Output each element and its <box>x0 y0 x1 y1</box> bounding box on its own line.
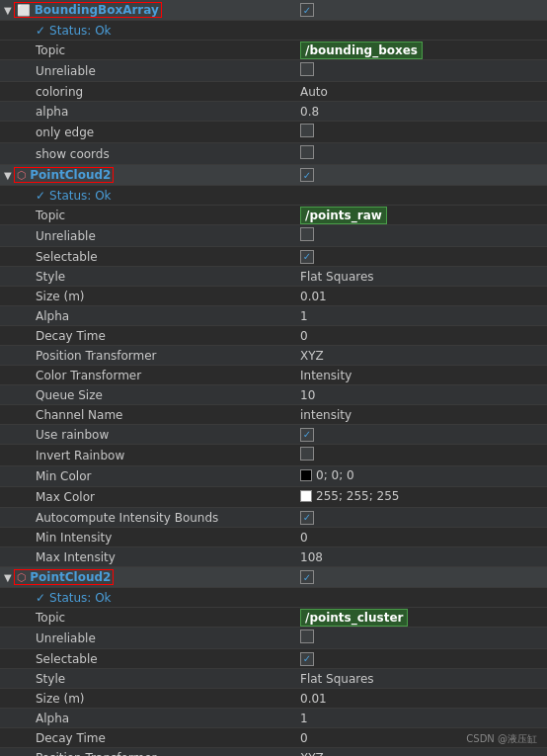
property-value: 0.01 <box>296 689 547 709</box>
property-value[interactable] <box>296 649 547 669</box>
property-value[interactable] <box>296 628 547 649</box>
status-ok: ✓Status: Ok <box>20 189 292 203</box>
status-ok: ✓Status: Ok <box>20 24 292 38</box>
property-label: Autocompute Intensity Bounds <box>0 508 296 528</box>
property-row: StyleFlat Squares <box>0 267 547 287</box>
property-checkbox[interactable] <box>300 250 314 264</box>
property-value: 108 <box>296 547 547 567</box>
property-value: Flat Squares <box>296 669 547 689</box>
section-box: ⬡PointCloud2 <box>14 569 115 585</box>
property-value[interactable] <box>296 225 547 247</box>
color-value: 0; 0; 0 <box>316 468 354 482</box>
property-value[interactable] <box>296 122 547 143</box>
color-swatch-white <box>300 490 312 502</box>
property-value[interactable] <box>296 247 547 267</box>
property-value: 255; 255; 255 <box>296 487 547 508</box>
property-label: Size (m) <box>0 287 296 306</box>
section-checkbox[interactable] <box>300 3 314 17</box>
property-label: only edge <box>0 122 296 143</box>
property-value: 1 <box>296 306 547 326</box>
property-row: Min Color0; 0; 0 <box>0 466 547 487</box>
property-row: Selectable <box>0 247 547 267</box>
section-title: ⬜BoundingBoxArray <box>4 3 162 17</box>
property-label: show coords <box>0 143 296 165</box>
property-checkbox[interactable] <box>300 145 314 159</box>
property-value: 10 <box>296 385 547 405</box>
status-text: Status: Ok <box>49 189 112 203</box>
property-value[interactable] <box>296 425 547 445</box>
property-value: Flat Squares <box>296 267 547 287</box>
section-header-point_cloud2_2[interactable]: ⬡PointCloud2 <box>0 567 547 588</box>
status-row: ✓Status: Ok <box>0 588 547 608</box>
property-row: coloringAuto <box>0 82 547 102</box>
expand-arrow[interactable] <box>4 5 12 16</box>
property-label: Queue Size <box>0 385 296 405</box>
property-label: Decay Time <box>0 326 296 346</box>
property-checkbox[interactable] <box>300 447 314 461</box>
property-value: /points_raw <box>296 206 547 225</box>
property-label: Min Color <box>0 466 296 487</box>
property-value: Auto <box>296 82 547 102</box>
property-label: Min Intensity <box>0 528 296 547</box>
property-row: Max Color255; 255; 255 <box>0 487 547 508</box>
property-value[interactable] <box>296 60 547 82</box>
status-text: Status: Ok <box>49 24 112 38</box>
checkmark-icon: ✓ <box>36 591 45 605</box>
property-value: XYZ <box>296 346 547 366</box>
property-row: only edge <box>0 122 547 143</box>
section-title-text: PointCloud2 <box>30 168 111 182</box>
section-checkbox[interactable] <box>300 570 314 584</box>
property-label: Selectable <box>0 247 296 267</box>
checkmark-icon: ✓ <box>36 189 45 203</box>
property-checkbox[interactable] <box>300 227 314 241</box>
section-header-bounding_box_array[interactable]: ⬜BoundingBoxArray <box>0 0 547 21</box>
property-row: Topic/points_cluster <box>0 608 547 628</box>
section-title: ⬡PointCloud2 <box>4 168 114 182</box>
property-row: Topic/points_raw <box>0 206 547 225</box>
property-row: Position TransformerXYZ <box>0 346 547 366</box>
section-title-text: BoundingBoxArray <box>35 3 159 17</box>
status-ok: ✓Status: Ok <box>20 591 292 605</box>
color-swatch: 255; 255; 255 <box>300 489 399 503</box>
property-value: intensity <box>296 405 547 425</box>
property-checkbox[interactable] <box>300 630 314 643</box>
property-value[interactable] <box>296 508 547 528</box>
expand-arrow[interactable] <box>4 572 12 583</box>
property-row: Selectable <box>0 649 547 669</box>
property-value: 0.01 <box>296 287 547 306</box>
property-checkbox[interactable] <box>300 428 314 442</box>
property-row: Unreliable <box>0 60 547 82</box>
section-title-text: PointCloud2 <box>30 570 111 584</box>
property-value: XYZ <box>296 748 547 757</box>
property-value: Intensity <box>296 366 547 385</box>
checkmark-icon: ✓ <box>36 24 45 38</box>
property-value[interactable] <box>296 143 547 165</box>
property-value[interactable] <box>296 445 547 466</box>
property-label: Position Transformer <box>0 748 296 757</box>
property-value: 0 <box>296 326 547 346</box>
topic-value: /points_raw <box>300 207 387 224</box>
section-box: ⬡PointCloud2 <box>14 167 115 183</box>
expand-arrow[interactable] <box>4 170 12 181</box>
property-checkbox[interactable] <box>300 62 314 76</box>
property-label: Decay Time <box>0 728 296 748</box>
status-row: ✓Status: Ok <box>0 186 547 206</box>
property-row: Alpha1 <box>0 709 547 728</box>
section-checkbox[interactable] <box>300 168 314 182</box>
section-header-point_cloud2_1[interactable]: ⬡PointCloud2 <box>0 165 547 186</box>
property-value: 0.8 <box>296 102 547 122</box>
property-label: Style <box>0 267 296 287</box>
property-checkbox[interactable] <box>300 652 314 666</box>
property-label: coloring <box>0 82 296 102</box>
property-row: Queue Size10 <box>0 385 547 405</box>
property-row: Decay Time0 <box>0 326 547 346</box>
property-checkbox[interactable] <box>300 124 314 137</box>
property-row: Max Intensity108 <box>0 547 547 567</box>
property-value: 1 <box>296 709 547 728</box>
property-value: 0; 0; 0 <box>296 466 547 487</box>
property-row: Alpha1 <box>0 306 547 326</box>
property-row: Size (m)0.01 <box>0 689 547 709</box>
property-label: Alpha <box>0 306 296 326</box>
property-row: Invert Rainbow <box>0 445 547 466</box>
property-checkbox[interactable] <box>300 511 314 525</box>
